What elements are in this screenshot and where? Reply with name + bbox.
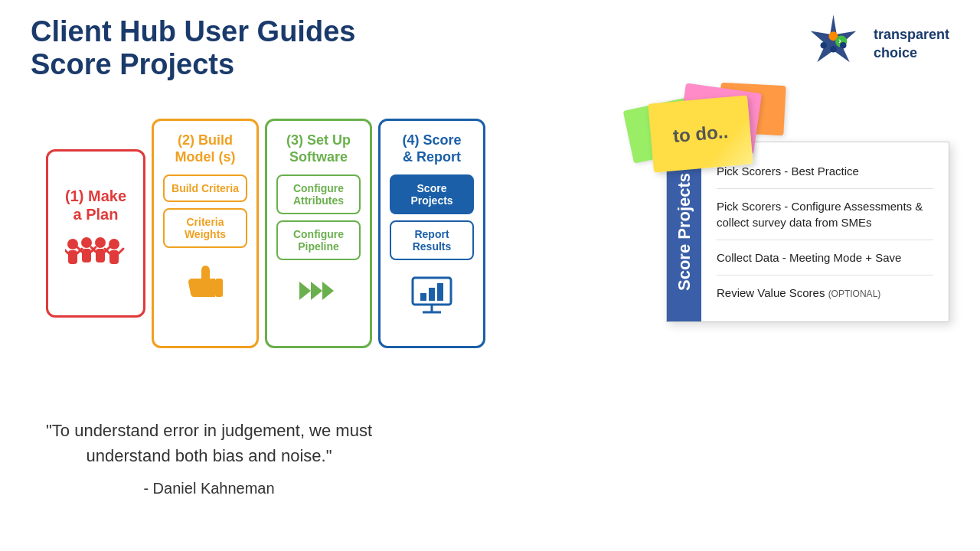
score-item-4-optional: (OPTIONAL) xyxy=(828,289,881,299)
svg-rect-14 xyxy=(109,250,119,264)
score-projects-panel: Score Projects Pick Scorers - Best Pract… xyxy=(666,142,949,322)
arrows-icon xyxy=(296,274,341,315)
quote-author: - Daniel Kahneman xyxy=(46,480,372,497)
report-results-item: Report Results xyxy=(390,220,474,260)
svg-point-11 xyxy=(95,237,106,248)
svg-rect-8 xyxy=(68,250,77,264)
box-setup-title: (3) Set Up Software xyxy=(286,132,351,165)
quote-text: "To understand error in judgement, we mu… xyxy=(46,418,372,468)
configure-attributes-item: Configure Attributes xyxy=(276,174,361,214)
people-icon xyxy=(65,235,126,280)
svg-line-22 xyxy=(119,249,123,253)
score-panel-content: Pick Scorers - Best Practice Pick Scorer… xyxy=(701,142,949,321)
box-build-title: (2) Build Model (s) xyxy=(175,132,236,165)
quote-section: "To understand error in judgement, we mu… xyxy=(46,418,372,497)
svg-point-4 xyxy=(820,42,827,49)
svg-marker-24 xyxy=(299,282,311,300)
page-title-line2: Score Projects xyxy=(31,48,355,81)
configure-pipeline-item: Configure Pipeline xyxy=(276,220,361,260)
logo-line1: transparent xyxy=(874,26,949,44)
header-section: Client Hub User Guides Score Projects xyxy=(31,15,355,81)
score-item-2: Pick Scorers - Configure Assessments & c… xyxy=(717,189,933,240)
svg-marker-26 xyxy=(322,282,334,300)
score-item-1-text: Pick Scorers - Best Practice xyxy=(717,165,859,178)
criteria-weights-item: Criteria Weights xyxy=(163,208,247,248)
logo-area: › transparent choice xyxy=(801,11,949,77)
score-projects-item: Score Projects xyxy=(390,174,474,214)
svg-rect-30 xyxy=(437,283,443,301)
svg-rect-28 xyxy=(420,293,426,301)
svg-point-6 xyxy=(840,42,847,49)
box-build-model: (2) Build Model (s) Build Criteria Crite… xyxy=(152,119,259,348)
presentation-chart-icon xyxy=(409,274,455,323)
logo-text: transparent choice xyxy=(874,26,949,62)
box-score-report: (4) Score & Report Score Projects Report… xyxy=(378,119,485,348)
transparent-choice-logo-icon: › xyxy=(801,11,866,77)
process-diagram: (1) Make a Plan xyxy=(46,119,485,348)
page-title-line1: Client Hub User Guides xyxy=(31,15,355,48)
svg-point-5 xyxy=(830,46,837,53)
svg-rect-12 xyxy=(96,249,105,262)
svg-line-15 xyxy=(65,249,68,253)
box-make-plan: (1) Make a Plan xyxy=(46,149,145,318)
svg-rect-23 xyxy=(215,279,223,297)
score-item-2-text: Pick Scorers - Configure Assessments & c… xyxy=(717,200,923,229)
box-setup-software: (3) Set Up Software Configure Attributes… xyxy=(265,119,372,348)
todo-text: to do.. xyxy=(672,121,729,147)
score-item-3-text: Collect Data - Meeting Mode + Save xyxy=(717,251,901,264)
box-score-title: (4) Score & Report xyxy=(402,132,461,165)
svg-rect-29 xyxy=(429,288,435,301)
score-item-3: Collect Data - Meeting Mode + Save xyxy=(717,240,933,276)
svg-rect-10 xyxy=(82,249,91,262)
box-plan-title: (1) Make a Plan xyxy=(65,187,126,223)
svg-point-9 xyxy=(81,237,92,248)
svg-marker-25 xyxy=(311,282,322,300)
thumbs-up-icon xyxy=(185,262,227,311)
logo-line2: choice xyxy=(874,44,949,62)
build-criteria-item: Build Criteria xyxy=(163,174,247,202)
score-item-4: Review Value Scores (OPTIONAL) xyxy=(717,276,933,310)
score-item-4-text: Review Value Scores xyxy=(717,286,825,299)
sticky-yellow: to do.. xyxy=(648,96,753,173)
